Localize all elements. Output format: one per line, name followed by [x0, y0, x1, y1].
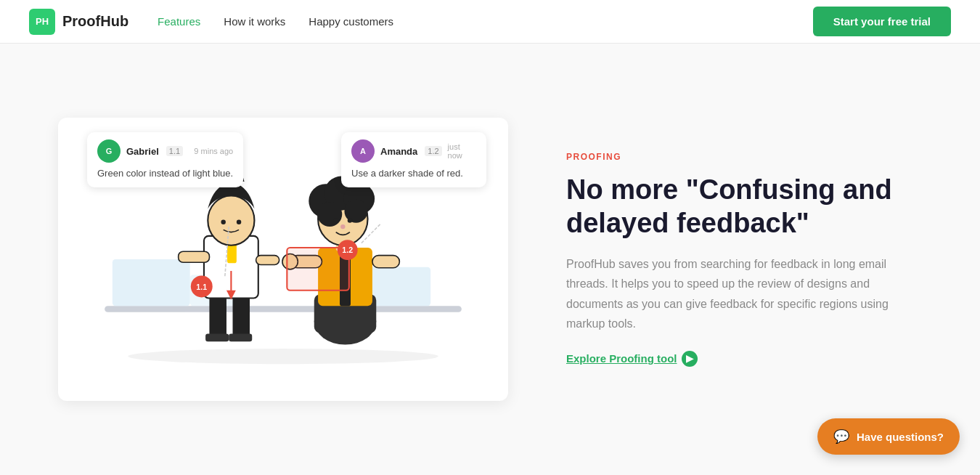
- explore-arrow-icon: ▶: [682, 351, 698, 367]
- svg-point-15: [237, 219, 241, 224]
- svg-point-36: [340, 224, 345, 229]
- amanda-bubble-header: A Amanda 1.2 just now: [351, 139, 476, 163]
- nav-how-it-works[interactable]: How it works: [224, 15, 285, 28]
- right-text-section: PROOFING No more "Confusing and delayed …: [566, 152, 922, 367]
- gabriel-time: 9 mins ago: [194, 147, 233, 155]
- nav-features[interactable]: Features: [158, 15, 200, 28]
- svg-rect-25: [372, 256, 399, 268]
- main-heading: No more "Confusing and delayed feedback": [566, 174, 922, 240]
- svg-rect-3: [369, 267, 431, 306]
- explore-proofing-link[interactable]: Explore Proofing tool ▶: [566, 351, 698, 367]
- svg-point-32: [317, 202, 342, 227]
- svg-point-14: [221, 219, 225, 224]
- svg-rect-0: [105, 306, 462, 312]
- svg-rect-7: [205, 334, 229, 342]
- proofhub-logo-icon: PH: [29, 9, 55, 35]
- start-trial-button[interactable]: Start your free trial: [813, 7, 951, 36]
- logo-area: PH ProofHub: [29, 9, 128, 35]
- svg-rect-12: [256, 256, 279, 265]
- amanda-comment-text: Use a darker shade of red.: [351, 167, 476, 180]
- gabriel-comment-bubble: G Gabriel 1.1 9 mins ago Green color ins…: [87, 132, 243, 187]
- gabriel-name: Gabriel: [126, 146, 159, 157]
- svg-rect-8: [229, 334, 252, 342]
- chat-label: Have questions?: [857, 431, 944, 443]
- svg-rect-5: [209, 294, 226, 337]
- gabriel-comment-text: Green color instead of light blue.: [97, 167, 233, 180]
- amanda-avatar: A: [351, 139, 375, 163]
- main-description: ProofHub saves you from searching for fe…: [566, 254, 900, 333]
- gabriel-avatar: G: [97, 139, 121, 163]
- nav-happy-customers[interactable]: Happy customers: [309, 15, 393, 28]
- main-nav: Features How it works Happy customers: [158, 15, 393, 28]
- amanda-time: just now: [448, 142, 476, 160]
- svg-point-34: [333, 218, 338, 222]
- svg-rect-2: [113, 259, 190, 306]
- gabriel-version: 1.1: [166, 146, 183, 156]
- chat-icon: 💬: [833, 429, 849, 444]
- proofhub-logo-text: ProofHub: [62, 13, 128, 30]
- gabriel-bubble-header: G Gabriel 1.1 9 mins ago: [97, 139, 233, 163]
- svg-rect-11: [179, 251, 210, 262]
- amanda-comment-bubble: A Amanda 1.2 just now Use a darker shade…: [341, 132, 486, 187]
- illustration-card: G Gabriel 1.1 9 mins ago Green color ins…: [58, 118, 508, 401]
- svg-point-1: [128, 349, 438, 364]
- svg-point-35: [348, 218, 352, 222]
- amanda-name: Amanda: [380, 146, 417, 157]
- amanda-version: 1.2: [425, 146, 441, 156]
- svg-text:1.1: 1.1: [196, 283, 207, 291]
- main-content: G Gabriel 1.1 9 mins ago Green color ins…: [0, 44, 980, 475]
- header: PH ProofHub Features How it works Happy …: [0, 0, 980, 44]
- svg-text:1.2: 1.2: [342, 245, 353, 254]
- section-tag: PROOFING: [566, 152, 922, 162]
- svg-point-13: [208, 195, 254, 245]
- svg-rect-6: [233, 294, 250, 337]
- chat-button[interactable]: 💬 Have questions?: [817, 418, 960, 455]
